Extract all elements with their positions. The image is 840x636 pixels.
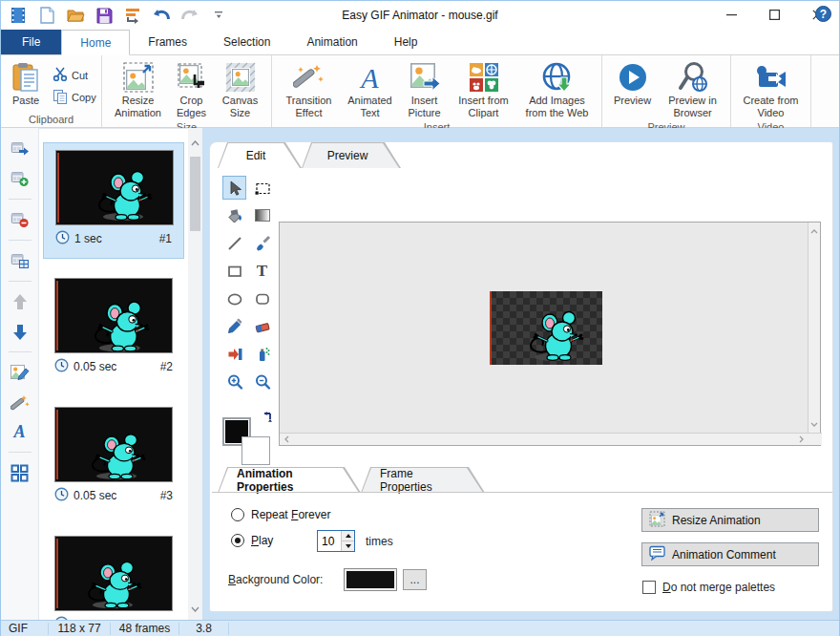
text-tool-strip-icon[interactable]: A	[8, 420, 32, 443]
tab-edit[interactable]: Edit	[218, 142, 302, 168]
create-from-video-button[interactable]: Create from Video	[735, 58, 807, 120]
copy-button[interactable]: Copy	[47, 86, 102, 109]
create-from-video-label: Create from Video	[740, 95, 802, 119]
save-icon[interactable]	[94, 6, 114, 25]
color-replace-tool[interactable]	[222, 342, 246, 366]
animation-background-color-swatch[interactable]	[344, 568, 397, 591]
swap-colors-icon[interactable]	[261, 410, 276, 428]
tab-preview[interactable]: Preview	[302, 142, 401, 168]
pointer-tool[interactable]	[222, 176, 246, 200]
canvas-scroll-up-icon[interactable]	[808, 224, 820, 239]
new-file-icon[interactable]	[37, 6, 56, 25]
open-file-icon[interactable]	[66, 6, 85, 25]
tab-help[interactable]: Help	[376, 30, 436, 54]
canvas-vertical-scrollbar[interactable]	[808, 223, 820, 434]
frames-scrollbar[interactable]	[188, 128, 202, 620]
animated-text-button[interactable]: A Animated Text	[341, 58, 400, 120]
insert-picture-button[interactable]: Insert Picture	[400, 58, 450, 120]
ellipse-tool[interactable]	[222, 286, 246, 310]
tile-view-icon[interactable]	[8, 461, 32, 484]
canvas-scroll-down-icon[interactable]	[808, 417, 820, 432]
paste-button[interactable]: Paste	[5, 58, 47, 108]
preview-in-browser-button[interactable]: Preview in Browser	[659, 58, 726, 120]
copy-icon	[52, 89, 68, 106]
customize-toolbar-icon[interactable]	[209, 6, 228, 25]
tab-animation-properties[interactable]: Animation Properties	[218, 467, 361, 493]
crop-edges-button[interactable]: Crop Edges	[168, 58, 216, 120]
spinner-down-button[interactable]	[342, 541, 354, 551]
tab-selection[interactable]: Selection	[205, 30, 288, 54]
repeat-forever-radio[interactable]: Repeat Forever	[231, 508, 330, 521]
brush-tool[interactable]	[250, 231, 274, 255]
tab-animation[interactable]: Animation	[288, 30, 375, 54]
minimize-button[interactable]	[710, 1, 753, 28]
background-color-swatch[interactable]	[242, 436, 270, 465]
insert-from-clipart-button[interactable]: Insert from Clipart	[450, 58, 518, 120]
background-color-browse-button[interactable]: ...	[403, 569, 427, 590]
resize-animation-button[interactable]: Resize Animation	[109, 58, 168, 120]
preview-label: Preview	[614, 95, 651, 107]
spinner-up-button[interactable]	[342, 531, 354, 541]
tab-file[interactable]: File	[1, 30, 61, 54]
canvas-size-button[interactable]: Canvas Size	[216, 58, 265, 120]
help-icon[interactable]: ?	[815, 6, 831, 22]
rectangle-tool[interactable]	[222, 259, 246, 283]
frame-item-4[interactable]: 0.05 sec #4	[43, 529, 184, 620]
line-tool[interactable]	[222, 231, 246, 255]
frame-item-2[interactable]: 0.05 sec #2	[43, 271, 184, 388]
text-tool[interactable]: T	[250, 259, 274, 283]
redo-icon[interactable]	[180, 6, 200, 25]
animation-comment-button[interactable]: Animation Comment	[641, 542, 819, 566]
gif-image[interactable]	[490, 291, 602, 365]
app-icon[interactable]	[9, 6, 28, 25]
eraser-tool[interactable]	[250, 314, 274, 338]
extract-frame-icon[interactable]	[8, 138, 32, 160]
frame-item-1[interactable]: 1 sec #1	[43, 142, 184, 259]
tab-animation-properties-label: Animation Properties	[218, 467, 361, 493]
zoom-in-tool[interactable]	[222, 370, 246, 393]
move-frame-down-icon[interactable]	[8, 320, 32, 343]
tab-home[interactable]: Home	[61, 30, 130, 55]
cut-button[interactable]: Cut	[47, 64, 102, 86]
frame-item-3[interactable]: 0.05 sec #3	[43, 400, 184, 517]
duplicate-frame-icon[interactable]	[8, 249, 32, 272]
play-times-input[interactable]	[318, 531, 341, 551]
play-times-spinner	[317, 530, 355, 552]
spray-tool[interactable]	[250, 342, 274, 366]
move-frame-up-icon[interactable]	[8, 290, 32, 313]
tab-frames[interactable]: Frames	[130, 30, 205, 54]
edit-frame-icon[interactable]	[8, 361, 32, 384]
resize-animation-panel-button[interactable]: Resize Animation	[641, 508, 819, 532]
maximize-button[interactable]	[753, 1, 796, 28]
select-tool[interactable]	[250, 176, 274, 200]
rounded-rectangle-tool[interactable]	[250, 286, 274, 310]
ribbon-group-video: Create from Video Video	[731, 55, 811, 127]
transition-effect-button[interactable]: Transition Effect	[278, 58, 341, 120]
cut-label: Cut	[72, 70, 88, 81]
delete-frame-icon[interactable]	[8, 208, 32, 231]
eyedropper-tool[interactable]	[222, 314, 246, 338]
fill-tool[interactable]	[222, 203, 246, 227]
tab-frame-properties[interactable]: Frame Properties	[361, 467, 485, 493]
canvas-scroll-left-icon[interactable]	[280, 433, 294, 447]
do-not-merge-palettes-checkbox[interactable]: Do not merge palettes	[642, 581, 775, 594]
scroll-down-icon[interactable]	[188, 602, 202, 616]
canvas-size-label: Canvas Size	[220, 95, 261, 119]
preview-in-browser-icon	[677, 61, 709, 94]
edit-canvas[interactable]	[279, 222, 821, 446]
add-frame-icon[interactable]	[8, 167, 32, 190]
do-not-merge-palettes-label: Do not merge palettes	[662, 581, 775, 594]
wand-effect-icon[interactable]	[8, 391, 32, 413]
resize-animation-label: Resize Animation	[114, 95, 163, 119]
zoom-out-tool[interactable]	[250, 370, 274, 393]
canvas-scroll-right-icon[interactable]	[794, 433, 808, 447]
canvas-horizontal-scrollbar[interactable]	[280, 433, 822, 445]
undo-icon[interactable]	[152, 6, 171, 25]
play-radio[interactable]: Play	[231, 534, 273, 547]
scroll-up-icon[interactable]	[188, 136, 202, 150]
add-images-from-web-button[interactable]: Add Images from the Web	[518, 58, 597, 120]
preview-button[interactable]: Preview	[606, 58, 659, 108]
gradient-tool[interactable]	[250, 203, 274, 227]
export-frames-icon[interactable]	[123, 6, 142, 25]
scrollbar-thumb[interactable]	[190, 157, 200, 231]
